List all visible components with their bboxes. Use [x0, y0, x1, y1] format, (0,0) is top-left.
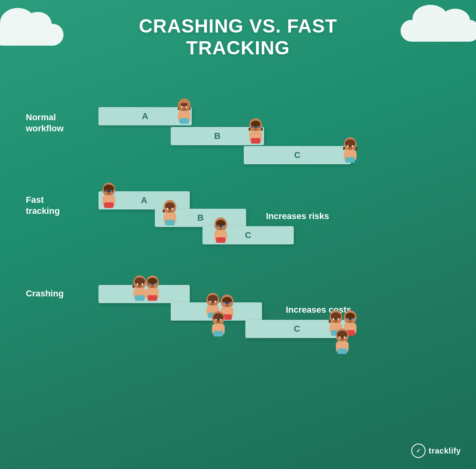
svg-rect-17 — [251, 127, 253, 128]
svg-rect-43 — [165, 220, 175, 225]
fast-note: Increases risks — [266, 211, 329, 221]
svg-point-55 — [219, 227, 223, 230]
svg-point-85 — [225, 304, 229, 307]
avatar-normal-a — [174, 98, 195, 129]
svg-point-24 — [345, 139, 355, 147]
svg-rect-9 — [178, 107, 179, 110]
svg-rect-5 — [181, 103, 187, 105]
svg-point-78 — [211, 303, 215, 305]
svg-rect-34 — [104, 202, 114, 208]
svg-point-110 — [337, 331, 347, 338]
svg-rect-14 — [251, 138, 260, 144]
svg-rect-100 — [329, 320, 331, 323]
normal-workflow-label: Normal workflow — [26, 112, 64, 134]
svg-rect-63 — [133, 285, 135, 288]
svg-point-91 — [220, 319, 222, 321]
avatar-crash-a2 — [142, 275, 163, 306]
svg-point-98 — [337, 318, 339, 320]
svg-point-62 — [138, 285, 142, 288]
svg-rect-37 — [104, 191, 106, 192]
background: CRASHING VS. FAST TRACKING Normal workfl… — [0, 0, 476, 469]
svg-point-84 — [229, 302, 231, 304]
svg-point-8 — [182, 108, 186, 111]
tracklify-logo: ✓ tracklify — [411, 444, 461, 458]
svg-rect-30 — [355, 147, 357, 150]
svg-rect-25 — [345, 157, 355, 163]
tracklify-icon: ✓ — [411, 444, 426, 458]
svg-point-105 — [347, 318, 349, 320]
svg-point-26 — [347, 145, 349, 147]
svg-rect-51 — [216, 237, 225, 243]
svg-rect-54 — [216, 226, 218, 227]
svg-point-27 — [352, 145, 353, 147]
svg-point-106 — [352, 318, 354, 320]
svg-rect-67 — [148, 295, 157, 301]
svg-point-45 — [172, 208, 173, 210]
svg-rect-47 — [163, 210, 165, 213]
svg-point-77 — [214, 301, 216, 302]
svg-rect-21 — [261, 128, 263, 131]
svg-point-7 — [186, 106, 187, 108]
svg-rect-38 — [111, 191, 114, 192]
crashing-label: Crashing — [26, 288, 64, 299]
tracklify-label: tracklify — [429, 446, 461, 456]
svg-point-92 — [216, 321, 220, 323]
svg-point-46 — [168, 210, 172, 212]
svg-point-113 — [344, 336, 345, 338]
avatar-normal-c — [340, 137, 360, 168]
cloud-right — [401, 20, 476, 42]
avatar-crash-c3 — [332, 329, 353, 359]
svg-point-114 — [340, 338, 344, 341]
avatar-crash-b3 — [208, 311, 229, 342]
svg-point-53 — [222, 225, 224, 227]
svg-point-42 — [165, 202, 175, 210]
svg-point-76 — [210, 301, 211, 302]
svg-rect-111 — [337, 348, 347, 354]
svg-rect-70 — [148, 284, 150, 285]
svg-rect-89 — [214, 331, 223, 336]
svg-point-71 — [150, 285, 154, 288]
svg-point-39 — [107, 192, 111, 195]
avatar-fast-c — [210, 217, 231, 248]
svg-rect-18 — [258, 127, 260, 128]
svg-point-103 — [345, 313, 355, 320]
svg-point-13 — [251, 121, 260, 128]
avatar-normal-b — [245, 118, 266, 149]
svg-rect-20 — [249, 128, 251, 131]
fast-tracking-label: Fast tracking — [26, 194, 60, 216]
svg-point-44 — [167, 208, 168, 210]
svg-point-69 — [154, 283, 156, 285]
svg-point-6 — [181, 106, 183, 108]
avatar-fast-b — [160, 200, 180, 231]
svg-point-28 — [348, 147, 352, 150]
svg-point-60 — [137, 283, 138, 285]
svg-point-107 — [348, 320, 352, 323]
svg-point-99 — [334, 320, 338, 323]
svg-point-83 — [224, 302, 226, 304]
svg-point-19 — [254, 128, 258, 131]
svg-point-50 — [216, 220, 225, 227]
svg-point-97 — [333, 318, 334, 320]
svg-point-90 — [215, 319, 217, 321]
avatar-fast-a-start — [98, 183, 119, 213]
svg-rect-10 — [189, 107, 191, 110]
svg-point-81 — [222, 297, 232, 304]
cloud-left — [0, 24, 64, 46]
svg-rect-29 — [343, 147, 345, 150]
svg-point-112 — [339, 336, 341, 338]
svg-rect-3 — [179, 118, 189, 124]
svg-point-88 — [213, 313, 224, 321]
